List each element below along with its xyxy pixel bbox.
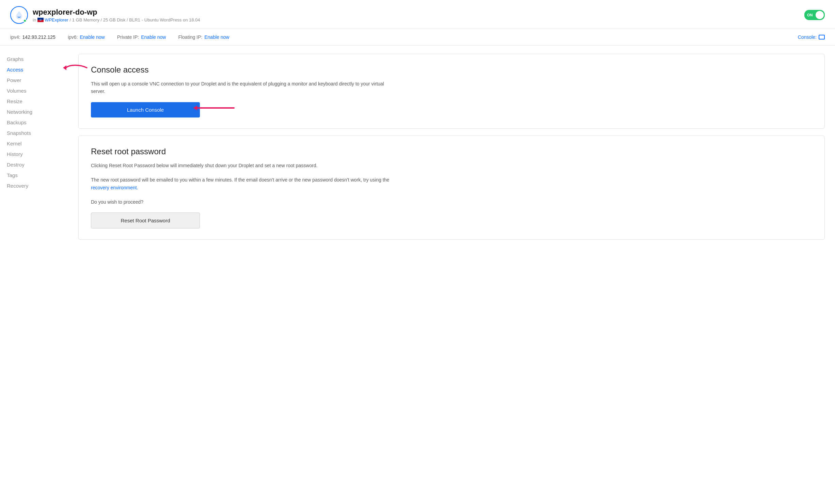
team-link[interactable]: WPExplorer	[37, 17, 68, 22]
power-toggle[interactable]: ON	[804, 10, 825, 20]
reset-password-desc2: The new root password will be emailed to…	[91, 176, 397, 191]
private-ip-label: Private IP:	[117, 34, 139, 40]
sidebar-item-volumes[interactable]: Volumes	[7, 85, 61, 96]
ipv6-item: ipv6: Enable now	[68, 34, 105, 40]
svg-point-3	[40, 19, 41, 20]
floating-ip-item: Floating IP: Enable now	[178, 34, 229, 40]
status-dot	[23, 19, 27, 22]
sidebar-item-snapshots[interactable]: Snapshots	[7, 128, 61, 138]
arrow-annotation-access	[63, 61, 90, 75]
private-ip-item: Private IP: Enable now	[117, 34, 166, 40]
sidebar-item-networking[interactable]: Networking	[7, 107, 61, 117]
floating-ip-enable-link[interactable]: Enable now	[204, 34, 229, 40]
sidebar-item-graphs[interactable]: Graphs	[7, 54, 61, 64]
droplet-icon	[10, 6, 28, 24]
reset-password-desc3: Do you wish to proceed?	[91, 198, 397, 206]
sidebar-item-kernel[interactable]: Kernel	[7, 138, 61, 149]
console-icon	[819, 35, 825, 40]
sidebar-item-backups[interactable]: Backups	[7, 117, 61, 128]
launch-console-button[interactable]: Launch Console	[91, 102, 200, 117]
specs: / 1 GB Memory / 25 GB Disk / BLR1	[69, 17, 140, 22]
console-label: Console:	[798, 34, 817, 40]
floating-ip-label: Floating IP:	[178, 34, 202, 40]
private-ip-enable-link[interactable]: Enable now	[141, 34, 166, 40]
toggle-knob	[816, 11, 824, 19]
layout: GraphsAccess PowerVolumesResizeNetworkin…	[0, 46, 835, 504]
toggle-label: ON	[807, 13, 813, 17]
reset-password-desc1: Clicking Reset Root Password below will …	[91, 162, 397, 169]
ipv4-item: ipv4: 142.93.212.125	[10, 34, 56, 40]
sidebar-item-resize[interactable]: Resize	[7, 96, 61, 107]
flag-icon	[37, 18, 44, 22]
ipv4-value: 142.93.212.125	[22, 34, 56, 40]
team-name[interactable]: WPExplorer	[45, 17, 68, 22]
console-access-card: Console access This will open up a conso…	[78, 54, 825, 129]
header-subtitle: in WPExplorer / 1 GB Memory / 25 GB Disk…	[33, 17, 200, 22]
recovery-environment-link[interactable]: recovery environment.	[91, 185, 138, 190]
reset-password-title: Reset root password	[91, 147, 812, 156]
droplet-name: wpexplorer-do-wp	[33, 8, 200, 17]
sidebar-item-history[interactable]: History	[7, 149, 61, 159]
svg-marker-5	[193, 106, 197, 110]
header-left: wpexplorer-do-wp in WPExplorer / 1 GB Me…	[10, 6, 200, 24]
console-access-desc: This will open up a console VNC connecti…	[91, 80, 397, 95]
subtitle-in: in	[33, 17, 36, 22]
sidebar-item-destroy[interactable]: Destroy	[7, 159, 61, 170]
svg-marker-4	[63, 65, 66, 70]
reset-password-desc2-text: The new root password will be emailed to…	[91, 177, 389, 183]
header: wpexplorer-do-wp in WPExplorer / 1 GB Me…	[0, 0, 835, 29]
header-title-block: wpexplorer-do-wp in WPExplorer / 1 GB Me…	[33, 8, 200, 22]
console-access-title: Console access	[91, 65, 812, 75]
sidebar-arrow-wrapper: Access	[7, 64, 61, 75]
sidebar-item-tags[interactable]: Tags	[7, 170, 61, 180]
arrow-annotation-console	[193, 99, 237, 116]
sidebar-item-access[interactable]: Access	[7, 64, 23, 75]
main-content: Console access This will open up a conso…	[68, 46, 835, 504]
os: - Ubuntu WordPress on 18.04	[142, 17, 200, 22]
reset-password-card: Reset root password Clicking Reset Root …	[78, 136, 825, 240]
sidebar: GraphsAccess PowerVolumesResizeNetworkin…	[0, 46, 68, 504]
console-link[interactable]: Console:	[798, 34, 825, 40]
sidebar-item-recovery[interactable]: Recovery	[7, 180, 61, 191]
ipv4-label: ipv4:	[10, 34, 20, 40]
ip-bar: ipv4: 142.93.212.125 ipv6: Enable now Pr…	[0, 29, 835, 46]
ipv6-label: ipv6:	[68, 34, 78, 40]
toggle-switch[interactable]: ON	[804, 10, 825, 20]
sidebar-item-power[interactable]: Power	[7, 75, 61, 85]
reset-root-password-button[interactable]: Reset Root Password	[91, 212, 200, 229]
ipv6-enable-link[interactable]: Enable now	[80, 34, 105, 40]
